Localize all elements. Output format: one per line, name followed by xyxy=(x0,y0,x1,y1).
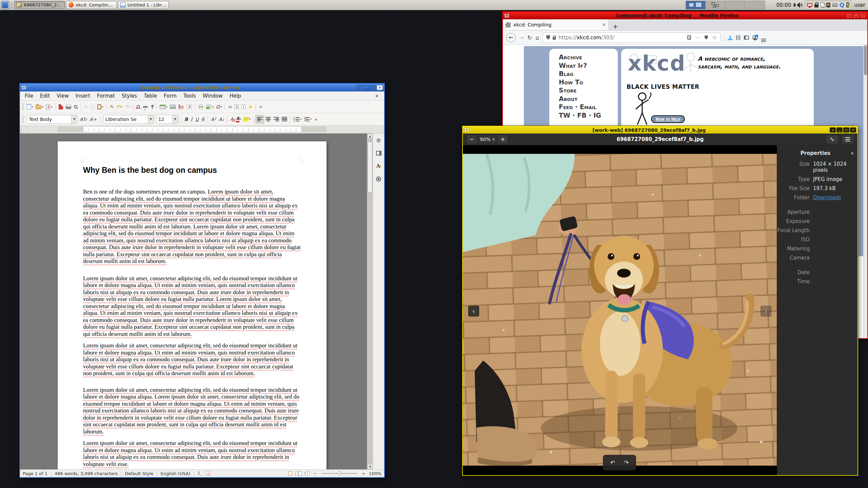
bookmark-star-icon[interactable]: ☆ xyxy=(712,34,717,41)
maximize-button[interactable]: ▢ xyxy=(370,85,376,90)
formatting-marks-icon[interactable]: ¶ xyxy=(149,102,155,111)
page-break-icon[interactable] xyxy=(197,102,205,111)
align-right-icon[interactable] xyxy=(272,115,280,124)
minimize-button[interactable]: ▁ xyxy=(853,13,859,18)
new-document-icon[interactable]: ▾ xyxy=(25,102,34,111)
navigator-panel-icon[interactable] xyxy=(375,175,383,183)
rotate-right-icon[interactable]: ↷ xyxy=(624,459,629,466)
usb-device-icon[interactable] xyxy=(826,3,830,7)
workspace-2[interactable] xyxy=(706,1,725,9)
qubes-logo-icon[interactable]: Q xyxy=(840,2,844,8)
toolbar-overflow-icon[interactable]: » xyxy=(257,102,263,111)
reader-mode-icon[interactable] xyxy=(687,35,691,40)
workspace-4[interactable] xyxy=(745,1,765,9)
close-document-icon[interactable]: ✕ xyxy=(371,94,383,99)
image-viewer-window-icon[interactable]: 6968727080_29ecef8af... xyxy=(14,1,65,9)
multi-page-view-icon[interactable] xyxy=(295,472,298,475)
clear-formatting-icon[interactable]: A xyxy=(229,115,235,124)
protections-shield-icon[interactable] xyxy=(705,36,708,40)
special-character-icon[interactable]: Ω▾ xyxy=(215,102,223,111)
bookmark-icon[interactable]: ★ xyxy=(247,102,254,111)
endnote-icon[interactable]: i xyxy=(240,102,247,111)
viewer-titlebar[interactable]: ▾ [work-web] 6968727080_29ecef8af7_b.jpg… xyxy=(463,126,857,134)
copy-icon[interactable] xyxy=(89,102,96,111)
close-button[interactable]: ✕ xyxy=(377,85,383,90)
cut-icon[interactable]: ✂ xyxy=(82,102,89,111)
menu-item[interactable]: Tools xyxy=(180,93,199,99)
hyperlink-icon[interactable]: ∞ xyxy=(226,102,233,111)
menu-item[interactable]: Edit xyxy=(37,93,53,99)
scroll-down-icon[interactable]: ▼ xyxy=(367,464,373,469)
maximize-button[interactable]: ▢ xyxy=(860,13,866,18)
forward-icon[interactable]: → xyxy=(519,34,524,41)
next-image-icon[interactable]: › xyxy=(761,306,771,317)
save-icon[interactable]: ▾ xyxy=(44,102,54,111)
insert-chart-icon[interactable] xyxy=(177,102,185,111)
xkcd-nav-link[interactable]: What If? xyxy=(559,61,618,70)
zoom-out-button[interactable]: − xyxy=(467,135,477,144)
disk-icon[interactable] xyxy=(832,3,837,7)
subscript-icon[interactable]: A₂ xyxy=(217,115,225,124)
bullet-list-icon[interactable]: ▾ xyxy=(292,115,302,124)
image-display-area[interactable]: ‹ › ↶ ↷ xyxy=(463,145,777,475)
page-style[interactable]: Default Style xyxy=(125,471,153,476)
xkcd-nav-link[interactable]: Store xyxy=(559,86,618,95)
firefox-titlebar[interactable]: ▾ [untrusted] xkcd: Compiling __ Mozilla… xyxy=(503,12,867,19)
qubes-vm-monitor-icon[interactable] xyxy=(807,3,812,7)
menu-item[interactable]: Styles xyxy=(118,93,141,99)
numbered-list-icon[interactable]: ▾ xyxy=(302,115,313,124)
font-color-icon[interactable]: A▾ xyxy=(235,115,242,124)
redo-icon[interactable]: ↷▾ xyxy=(123,102,132,111)
page-scrollbar[interactable] xyxy=(863,45,867,338)
url-bar[interactable]: https://xkcd.com/303/ ⋯ ☆ xyxy=(542,33,721,43)
writer-window-icon[interactable]: Untitled 1 - LibreOffice W... xyxy=(118,1,169,9)
export-pdf-icon[interactable] xyxy=(57,102,64,111)
insert-image-icon[interactable] xyxy=(169,102,177,111)
align-left-icon[interactable] xyxy=(255,115,264,124)
app-menu-icon[interactable] xyxy=(841,135,854,144)
justify-icon[interactable] xyxy=(280,115,289,124)
tab-close-icon[interactable]: ✕ xyxy=(602,22,606,27)
window-menu-icon[interactable]: ▾ xyxy=(21,85,26,90)
single-page-view-icon[interactable] xyxy=(289,471,292,476)
library-icon[interactable] xyxy=(736,35,741,40)
properties-panel-icon[interactable] xyxy=(375,149,383,157)
superscript-icon[interactable]: A² xyxy=(210,115,217,124)
open-file-icon[interactable]: ▾ xyxy=(34,102,44,111)
horizontal-ruler[interactable]: ⌐ xyxy=(20,125,384,134)
paragraph-style-combo[interactable]: Text Body▼ xyxy=(26,115,77,124)
how-to-help-button[interactable]: How to Help xyxy=(651,115,685,123)
menu-item[interactable]: View xyxy=(53,93,72,99)
menu-item[interactable]: Insert xyxy=(72,93,94,99)
vertical-scrollbar[interactable]: ▲ ▼ xyxy=(367,134,373,469)
new-tab-button[interactable]: + xyxy=(609,23,622,30)
menu-item[interactable]: File xyxy=(21,93,37,99)
unsaved-changes-icon[interactable] xyxy=(206,471,210,476)
sidebar-settings-icon[interactable]: ⚙ xyxy=(375,136,383,144)
italic-icon[interactable]: I xyxy=(189,115,194,124)
workspace-switcher[interactable] xyxy=(686,1,765,9)
writer-titlebar[interactable]: ▾ [work] Untitled 1 - LibreOffice Writer… xyxy=(20,84,384,92)
back-icon[interactable]: ← xyxy=(506,33,516,42)
shade-button[interactable]: ▴ xyxy=(356,85,362,90)
styles-panel-icon[interactable]: A xyxy=(375,162,383,170)
clipboard-icon[interactable] xyxy=(821,3,824,7)
sidebar-icon[interactable] xyxy=(744,36,749,40)
reload-icon[interactable]: ↻ xyxy=(527,34,532,41)
previous-image-icon[interactable]: ‹ xyxy=(468,306,479,317)
clone-formatting-icon[interactable]: ✎ xyxy=(108,102,115,111)
account-icon[interactable] xyxy=(752,35,758,40)
zoom-level[interactable]: 100% xyxy=(369,471,381,476)
volume-icon[interactable]: ))) xyxy=(794,2,802,8)
spellcheck-icon[interactable]: abc xyxy=(141,102,149,111)
insert-textbox-icon[interactable]: A xyxy=(185,102,193,111)
text-language[interactable]: English (USA) xyxy=(161,471,191,476)
xkcd-nav-link[interactable]: About xyxy=(559,95,618,103)
font-size-combo[interactable]: 12▼ xyxy=(156,115,178,124)
menu-item[interactable]: Help xyxy=(226,93,244,99)
xkcd-nav-link[interactable]: TW · FB · IG xyxy=(559,111,618,120)
window-menu-icon[interactable]: ▾ xyxy=(464,128,469,132)
paste-icon[interactable]: ▾ xyxy=(96,102,104,111)
menu-item[interactable]: Format xyxy=(94,93,118,99)
menu-item[interactable]: Window xyxy=(199,93,226,99)
